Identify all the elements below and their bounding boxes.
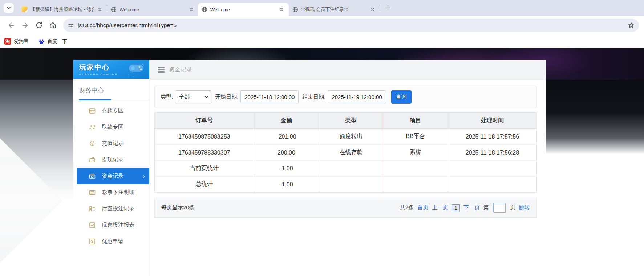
site-info-icon[interactable] [68,22,74,29]
first-page-link[interactable]: 首页 [417,204,428,211]
chevron-down-icon [7,6,11,10]
hand-money-icon [89,124,96,131]
gamepad-icon [126,62,145,77]
sidebar-item-label: 充值记录 [102,140,123,147]
globe-favicon [202,7,207,12]
tab-video-bet-records[interactable]: :::视讯 会员下注纪录::: [289,3,380,16]
table-row-page-summary: 当前页统计 -1.00 [155,161,537,177]
jump-page-input[interactable] [493,203,506,213]
jump-link[interactable]: 跳转 [519,204,530,211]
sidebar-item-promo-application[interactable]: 优惠申请 [77,233,149,250]
sidebar-item-label: 玩家投注报表 [102,222,134,228]
table-cell: 系统 [383,145,448,161]
bookmark-taobao[interactable]: 淘 爱淘宝 [4,38,29,45]
tab-search-button[interactable] [4,3,14,13]
reload-button[interactable] [33,19,45,32]
col-header-order-no: 订单号 [155,113,254,129]
section-underline [79,99,111,100]
col-header-time: 处理时间 [448,113,536,129]
back-button[interactable] [5,19,17,32]
sidebar-item-label: 彩票下注明细 [102,189,134,196]
chevron-right-icon: › [143,173,145,180]
content-header: 资金记录 [150,60,546,80]
baidu-paw-icon [38,38,45,45]
page-title: 资金记录 [169,66,192,74]
table-cell: 额度转出 [319,129,383,145]
forum-favicon [22,7,28,12]
table-cell: 1763459788330307 [155,145,254,161]
filter-bar: 类型: 全部 开始日期: 结束日期: 查询 [154,86,537,108]
money-bag-icon [89,140,96,147]
search-button[interactable]: 查询 [391,90,412,104]
table-cell: 在线存款 [319,145,383,161]
url-bar[interactable]: js13.cc/hhcp/usercenter.html?iniType=6 [63,19,639,32]
start-date-input[interactable] [240,90,299,103]
browser-toolbar: js13.cc/hhcp/usercenter.html?iniType=6 [0,16,644,34]
table-cell: 200.00 [254,145,319,161]
sidebar-item-label: 取款专区 [102,124,123,131]
end-date-input[interactable] [328,90,386,103]
table-cell: -1.00 [254,161,319,177]
wallet-icon [89,156,96,164]
tab-forum[interactable]: 【新提醒】海燕策略论坛 - 综合 [18,3,107,16]
table-cell [448,161,536,177]
type-select[interactable]: 全部 [175,90,211,103]
tab-title: Welcome [120,7,185,12]
home-button[interactable] [46,19,59,32]
tab-welcome-1[interactable]: Welcome [107,3,198,16]
current-page-indicator[interactable]: 1 [452,204,460,211]
tab-close-icon[interactable] [188,6,194,13]
table-cell [448,177,536,193]
tab-close-icon[interactable] [279,6,285,13]
prev-page-link[interactable]: 上一页 [432,204,448,211]
sidebar-item-withdraw-zone[interactable]: 取款专区 [77,119,149,135]
sidebar-item-hall-bet-records[interactable]: 厅室投注记录 [77,201,149,217]
table-cell: -1.00 [254,177,319,193]
bookmark-label: 爱淘宝 [14,38,29,45]
pagination-bar: 每页显示20条 共2条 首页 上一页 1 下一页 第 页 跳转 [154,198,537,218]
table-cell [383,177,448,193]
bookmarks-bar: 淘 爱淘宝 百度一下 [0,34,644,48]
tab-title: 【新提醒】海燕策略论坛 - 综合 [31,6,94,13]
bookmark-baidu[interactable]: 百度一下 [38,38,67,45]
table-cell: 1763459875083253 [155,129,254,145]
url-text[interactable]: js13.cc/hhcp/usercenter.html?iniType=6 [78,22,628,29]
tab-welcome-2-active[interactable]: Welcome [198,3,289,16]
sidebar-title: 玩家中心 [79,63,118,72]
bookmark-star-icon[interactable] [628,22,635,29]
new-tab-button[interactable] [383,3,393,13]
sidebar: 玩家中心 PLAYERS CENTER 财务中心 [73,60,150,276]
menu-toggle-icon[interactable] [158,67,165,73]
sidebar-item-funds-records[interactable]: 资金记录 › [77,168,149,184]
tab-close-icon[interactable] [97,6,103,13]
checklist-icon [89,205,96,213]
sidebar-item-deposit-zone[interactable]: 存款专区 [77,103,149,119]
table-cell: 总统计 [155,177,254,193]
sidebar-item-lottery-bet-details[interactable]: 彩票下注明细 [77,184,149,201]
table-cell: 2025-11-18 17:56:28 [448,145,536,161]
promo-yuan-icon [89,238,96,245]
type-label: 类型: [161,94,173,100]
next-page-link[interactable]: 下一页 [463,204,480,211]
table-cell: 当前页统计 [155,161,254,177]
table-cell [383,161,448,177]
funds-table: 订单号 金额 类型 项目 处理时间 1763459875083253 -201.… [154,112,537,193]
jump-suffix-label: 页 [510,204,515,211]
type-select-value: 全部 [179,94,205,100]
user-center-panel: 玩家中心 PLAYERS CENTER 财务中心 [73,60,546,276]
sidebar-item-withdrawal-records[interactable]: 提现记录 [77,152,149,168]
forward-button[interactable] [19,19,31,32]
sidebar-item-player-bet-report[interactable]: 玩家投注报表 [77,217,149,233]
sidebar-item-label: 厅室投注记录 [102,205,134,212]
sidebar-subtitle: PLAYERS CENTER [79,73,118,76]
sidebar-item-recharge-records[interactable]: 充值记录 [77,135,149,152]
total-count-label: 共2条 [400,204,414,211]
tab-close-icon[interactable] [369,6,376,13]
page-viewport: 玩家中心 PLAYERS CENTER 财务中心 [0,48,644,276]
table-row: 1763459788330307 200.00 在线存款 系统 2025-11-… [155,145,537,161]
globe-favicon [111,7,117,12]
taobao-icon: 淘 [4,38,11,45]
table-row: 1763459875083253 -201.00 额度转出 BB平台 2025-… [155,129,537,145]
globe-favicon [292,7,298,12]
table-cell: -201.00 [254,129,319,145]
